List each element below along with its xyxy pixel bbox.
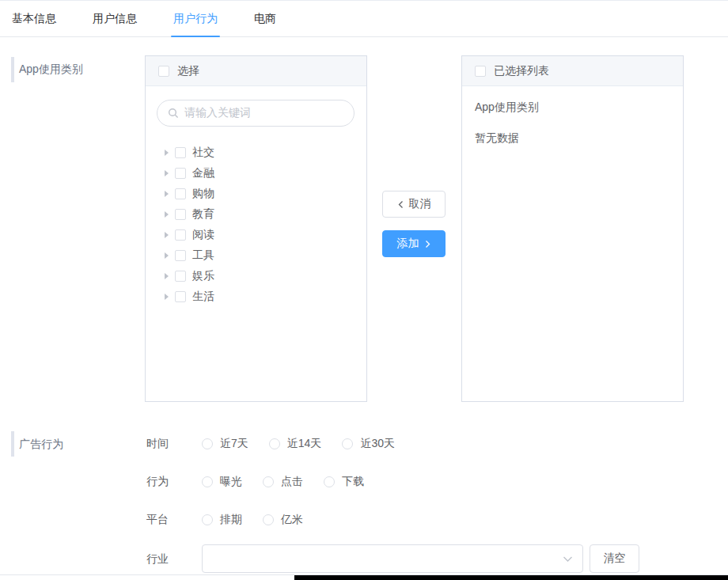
tree-row[interactable]: 阅读 xyxy=(165,225,366,245)
selected-group-title: App使用类别 xyxy=(475,100,670,115)
radio-last-14-days[interactable]: 近14天 xyxy=(269,437,322,451)
source-panel-header: 选择 xyxy=(146,56,366,86)
radio-download[interactable]: 下载 xyxy=(324,475,364,489)
category-tree: 社交 金融 购物 教育 阅读 xyxy=(146,142,366,307)
tree-item-checkbox[interactable] xyxy=(175,168,186,179)
time-row: 时间 近7天 近14天 近30天 xyxy=(146,436,415,452)
expand-caret-icon[interactable] xyxy=(165,252,169,259)
section-title-ad-behavior: 广告行为 xyxy=(19,438,63,452)
tab-user-behavior[interactable]: 用户行为 xyxy=(171,1,220,36)
tab-label: 用户行为 xyxy=(173,12,218,26)
keyword-search-input[interactable]: 请输入关键词 xyxy=(157,100,355,127)
tree-item-checkbox[interactable] xyxy=(175,209,186,220)
expand-caret-icon[interactable] xyxy=(165,150,169,156)
target-panel-body: App使用类别 暂无数据 xyxy=(462,86,683,160)
radio-icon xyxy=(269,438,280,449)
platform-row: 平台 排期 亿米 xyxy=(146,512,324,528)
tree-row[interactable]: 娱乐 xyxy=(165,266,366,286)
cancel-button[interactable]: 取消 xyxy=(382,191,446,218)
radio-icon xyxy=(263,476,274,487)
platform-row-label: 平台 xyxy=(146,513,202,527)
expand-caret-icon[interactable] xyxy=(165,191,169,197)
search-icon xyxy=(168,108,179,119)
chevron-right-icon xyxy=(424,240,431,248)
radio-last-30-days[interactable]: 近30天 xyxy=(342,437,395,451)
section-accent-bar xyxy=(11,57,14,82)
chevron-down-icon xyxy=(563,555,573,563)
radio-last-7-days[interactable]: 近7天 xyxy=(202,437,248,451)
time-row-label: 时间 xyxy=(146,437,202,451)
tree-item-label: 生活 xyxy=(192,290,214,304)
radio-label: 曝光 xyxy=(220,475,242,489)
tab-user-info[interactable]: 用户信息 xyxy=(90,1,139,36)
expand-caret-icon[interactable] xyxy=(165,170,169,176)
industry-select[interactable] xyxy=(202,544,583,573)
radio-label: 点击 xyxy=(281,475,303,489)
clear-button-label: 清空 xyxy=(604,552,626,566)
search-wrap: 请输入关键词 xyxy=(157,100,355,127)
tree-item-label: 工具 xyxy=(192,248,214,263)
select-all-checkbox[interactable] xyxy=(158,66,169,77)
radio-icon xyxy=(342,438,353,449)
cancel-button-label: 取消 xyxy=(409,197,431,211)
radio-yimi[interactable]: 亿米 xyxy=(263,513,303,527)
behavior-row-label: 行为 xyxy=(146,475,202,489)
radio-label: 近7天 xyxy=(220,437,248,451)
expand-caret-icon[interactable] xyxy=(165,211,169,218)
radio-label: 排期 xyxy=(220,513,242,527)
tree-row[interactable]: 购物 xyxy=(165,184,366,204)
radio-label: 下载 xyxy=(342,475,364,489)
tree-item-checkbox[interactable] xyxy=(175,271,186,282)
tree-item-checkbox[interactable] xyxy=(175,229,186,241)
tree-item-checkbox[interactable] xyxy=(175,147,186,158)
tree-row[interactable]: 金融 xyxy=(165,163,366,184)
tab-basic-info[interactable]: 基本信息 xyxy=(9,1,59,36)
radio-icon xyxy=(202,514,213,525)
tree-item-checkbox[interactable] xyxy=(175,188,186,199)
tree-row[interactable]: 工具 xyxy=(165,245,366,266)
tab-bar: 基本信息 用户信息 用户行为 电商 xyxy=(0,1,728,37)
tree-item-checkbox[interactable] xyxy=(175,291,186,302)
tree-row[interactable]: 教育 xyxy=(165,204,366,225)
search-placeholder: 请输入关键词 xyxy=(184,106,251,120)
tree-item-label: 社交 xyxy=(192,146,214,160)
tree-row[interactable]: 社交 xyxy=(165,142,366,163)
behavior-row: 行为 曝光 点击 下载 xyxy=(146,474,385,490)
source-panel-title: 选择 xyxy=(177,64,199,78)
radio-exposure[interactable]: 曝光 xyxy=(202,475,242,489)
tree-row[interactable]: 生活 xyxy=(165,286,366,307)
transfer-buttons: 取消 添加 xyxy=(382,191,446,257)
radio-schedule[interactable]: 排期 xyxy=(202,513,242,527)
chevron-left-icon xyxy=(397,200,404,209)
add-button-label: 添加 xyxy=(397,237,419,251)
horizontal-scrollbar-thumb[interactable] xyxy=(294,575,728,580)
radio-icon xyxy=(263,514,274,525)
target-panel-header: 已选择列表 xyxy=(462,56,683,86)
active-tab-underline xyxy=(171,36,220,37)
radio-click[interactable]: 点击 xyxy=(263,475,303,489)
tree-item-label: 教育 xyxy=(192,207,214,222)
tree-item-label: 购物 xyxy=(192,187,214,201)
tab-ecommerce[interactable]: 电商 xyxy=(252,1,279,36)
industry-row: 行业 xyxy=(146,552,202,567)
empty-data-text: 暂无数据 xyxy=(475,131,670,146)
tree-item-label: 娱乐 xyxy=(192,269,214,283)
expand-caret-icon[interactable] xyxy=(165,294,169,300)
expand-caret-icon[interactable] xyxy=(165,232,169,238)
add-button[interactable]: 添加 xyxy=(382,230,446,257)
radio-icon xyxy=(324,476,335,487)
expand-caret-icon[interactable] xyxy=(165,273,169,279)
radio-icon xyxy=(202,438,213,449)
section-title-app-category: App使用类别 xyxy=(19,63,83,77)
page: 基本信息 用户信息 用户行为 电商 App使用类别 选择 请输入关键词 xyxy=(0,0,728,580)
target-panel-title: 已选择列表 xyxy=(494,64,549,78)
section-accent-bar xyxy=(11,431,14,457)
industry-row-label: 行业 xyxy=(146,552,202,567)
radio-label: 近14天 xyxy=(287,437,322,451)
tab-label: 电商 xyxy=(254,12,276,26)
clear-button[interactable]: 清空 xyxy=(590,544,639,573)
transfer-source-panel: 选择 请输入关键词 社交 金融 购物 xyxy=(145,55,367,402)
tree-item-checkbox[interactable] xyxy=(175,250,186,261)
selected-all-checkbox[interactable] xyxy=(475,66,486,77)
tab-label: 用户信息 xyxy=(93,12,137,26)
